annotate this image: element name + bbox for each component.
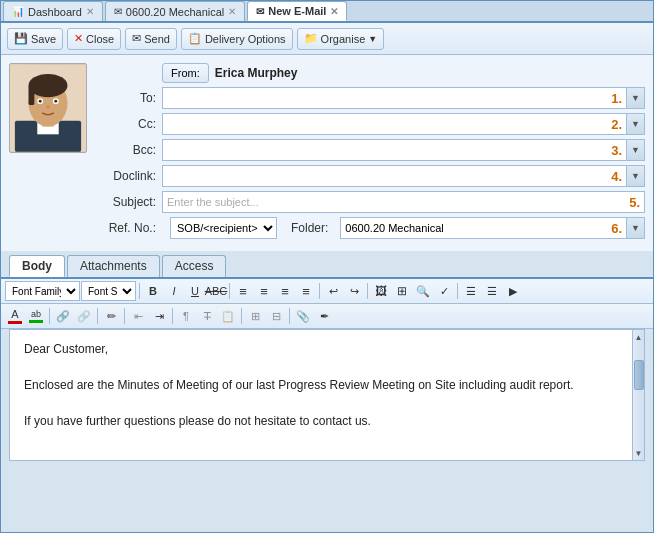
list-num-button[interactable]: ☰ (482, 281, 502, 301)
scroll-down-arrow[interactable]: ▼ (633, 446, 645, 460)
subject-label: Subject: (97, 195, 162, 209)
strikethrough-button[interactable]: ABC (206, 281, 226, 301)
bcc-number: 3. (611, 143, 622, 158)
delivery-label: Delivery Options (205, 33, 286, 45)
spell-check-button[interactable]: ✓ (434, 281, 454, 301)
clear-format-button[interactable]: T̶ (197, 306, 217, 326)
font-family-select[interactable]: Font Family (5, 281, 80, 301)
list-bullet-button[interactable]: ☰ (461, 281, 481, 301)
tab-body[interactable]: Body (9, 255, 65, 277)
editor-sep5 (457, 283, 458, 299)
tab-new-email-label: New E-Mail (268, 5, 326, 17)
close-button[interactable]: ✕ Close (67, 28, 121, 50)
folder-field[interactable]: 0600.20 Mechanical 6. ▼ (340, 217, 645, 239)
tab-dashboard-close[interactable]: ✕ (86, 6, 94, 17)
attach-button[interactable]: 📎 (293, 306, 313, 326)
avatar (9, 63, 87, 153)
find-button[interactable]: 🔍 (413, 281, 433, 301)
unlink-button[interactable]: 🔗 (74, 306, 94, 326)
italic-button[interactable]: I (164, 281, 184, 301)
redo-button[interactable]: ↪ (344, 281, 364, 301)
folder-field-text: 0600.20 Mechanical 6. (341, 218, 626, 238)
bold-button[interactable]: B (143, 281, 163, 301)
email-form: From: Erica Murphey To: 1. ▼ Cc: 2. (97, 63, 645, 243)
organise-button[interactable]: 📁 Organise ▼ (297, 28, 385, 50)
indent-more-button[interactable]: ⇥ (149, 306, 169, 326)
from-button[interactable]: From: (162, 63, 209, 83)
edit-button[interactable]: ✏ (101, 306, 121, 326)
tab-mechanical[interactable]: ✉ 0600.20 Mechanical ✕ (105, 1, 245, 21)
table-insert-button[interactable]: ⊞ (245, 306, 265, 326)
doclink-field[interactable]: 4. ▼ (162, 165, 645, 187)
svg-point-8 (39, 100, 42, 103)
signature-button[interactable]: ✒ (314, 306, 334, 326)
scroll-up-arrow[interactable]: ▲ (633, 330, 645, 344)
dashboard-icon: 📊 (12, 6, 24, 17)
scroll-thumb[interactable] (634, 360, 644, 390)
cc-dropdown[interactable]: ▼ (626, 114, 644, 134)
table-edit-button[interactable]: ⊟ (266, 306, 286, 326)
delivery-options-button[interactable]: 📋 Delivery Options (181, 28, 293, 50)
tab-dashboard[interactable]: 📊 Dashboard ✕ (3, 1, 103, 21)
folder-label: Folder: (291, 221, 328, 235)
more-button[interactable]: ▶ (503, 281, 523, 301)
highlight-color-button[interactable]: ab (26, 306, 46, 326)
justify-button[interactable]: ≡ (296, 281, 316, 301)
insert-image-button[interactable]: 🖼 (371, 281, 391, 301)
folder-value: 0600.20 Mechanical (345, 222, 443, 234)
folder-dropdown[interactable]: ▼ (626, 218, 644, 238)
editor-sep1 (139, 283, 140, 299)
tab-new-email[interactable]: ✉ New E-Mail ✕ (247, 1, 347, 21)
bcc-field[interactable]: 3. ▼ (162, 139, 645, 161)
row2-sep4 (172, 308, 173, 324)
subject-field[interactable]: Enter the subject... 5. (162, 191, 645, 213)
avatar-box (9, 63, 89, 243)
cc-row: Cc: 2. ▼ (97, 113, 645, 135)
send-label: Send (144, 33, 170, 45)
cc-field-text: 2. (163, 114, 626, 134)
send-button[interactable]: ✉ Send (125, 28, 177, 50)
doclink-dropdown[interactable]: ▼ (626, 166, 644, 186)
editor-sep3 (319, 283, 320, 299)
bcc-label: Bcc: (97, 143, 162, 157)
delivery-icon: 📋 (188, 32, 202, 45)
indent-less-button[interactable]: ⇤ (128, 306, 148, 326)
to-dropdown[interactable]: ▼ (626, 88, 644, 108)
svg-point-9 (54, 100, 57, 103)
editor-scrollbar[interactable]: ▲ ▼ (632, 330, 644, 460)
align-right-button[interactable]: ≡ (275, 281, 295, 301)
content-tabs: Body Attachments Access (1, 251, 653, 279)
bcc-dropdown[interactable]: ▼ (626, 140, 644, 160)
refno-select[interactable]: SOB/<recipient> (170, 217, 277, 239)
row2-sep2 (97, 308, 98, 324)
tab-access[interactable]: Access (162, 255, 227, 277)
cc-field[interactable]: 2. ▼ (162, 113, 645, 135)
paste-plain-button[interactable]: 📋 (218, 306, 238, 326)
doclink-label: Doclink: (97, 169, 162, 183)
align-center-button[interactable]: ≡ (254, 281, 274, 301)
tab-mechanical-label: 0600.20 Mechanical (126, 6, 224, 18)
font-color-bar (8, 321, 22, 324)
email-icon-new: ✉ (256, 6, 264, 17)
align-left-button[interactable]: ≡ (233, 281, 253, 301)
tab-body-label: Body (22, 259, 52, 273)
link-button[interactable]: 🔗 (53, 306, 73, 326)
underline-button[interactable]: U (185, 281, 205, 301)
tab-mechanical-close[interactable]: ✕ (228, 6, 236, 17)
close-label: Close (86, 33, 114, 45)
undo-button[interactable]: ↩ (323, 281, 343, 301)
send-icon: ✉ (132, 32, 141, 45)
tab-new-email-close[interactable]: ✕ (330, 6, 338, 17)
font-size-select[interactable]: Font Size (81, 281, 136, 301)
font-color-button[interactable]: A (5, 306, 25, 326)
format-button[interactable]: ¶ (176, 306, 196, 326)
insert-table-button[interactable]: ⊞ (392, 281, 412, 301)
save-button[interactable]: 💾 Save (7, 28, 63, 50)
to-field[interactable]: 1. ▼ (162, 87, 645, 109)
tab-attachments[interactable]: Attachments (67, 255, 160, 277)
row2-sep5 (241, 308, 242, 324)
editor-body[interactable]: Dear Customer, Enclosed are the Minutes … (10, 330, 632, 460)
font-color-indicator: A (8, 308, 22, 324)
tab-access-label: Access (175, 259, 214, 273)
tab-dashboard-label: Dashboard (28, 6, 82, 18)
